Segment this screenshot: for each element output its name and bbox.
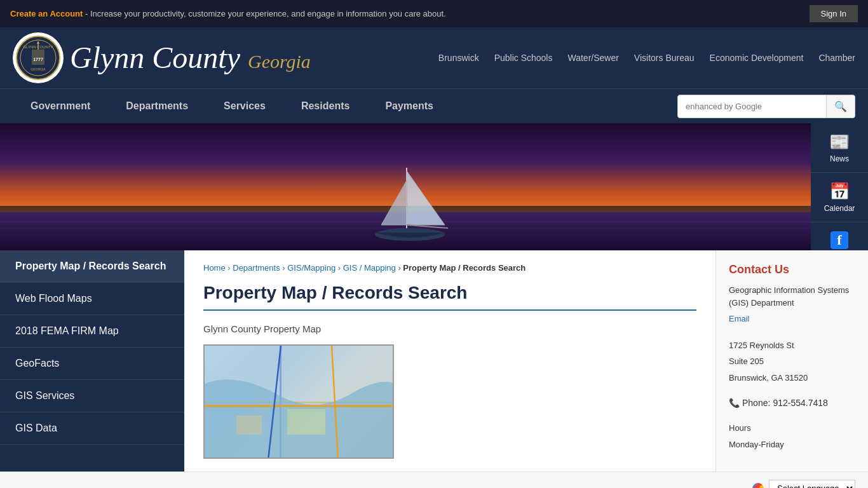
google-translate-icon <box>752 483 764 489</box>
top-nav-links: Brunswick Public Schools Water/Sewer Vis… <box>438 53 855 63</box>
breadcrumb: Home › Departments › GIS/Mapping › GIS /… <box>203 263 696 273</box>
sidebar-item-property-map[interactable]: Property Map / Records Search <box>0 250 184 283</box>
svg-rect-22 <box>287 409 325 435</box>
phone-row: 📞 Phone: 912-554.7418 <box>729 398 855 408</box>
search-button[interactable]: 🔍 <box>826 95 855 118</box>
top-link-brunswick[interactable]: Brunswick <box>438 53 479 63</box>
calendar-icon: 📅 <box>829 182 850 201</box>
page-title: Property Map / Records Search <box>203 283 696 311</box>
contact-address3: Brunswick, GA 31520 <box>729 372 855 384</box>
contact-email-link[interactable]: Email <box>729 314 750 323</box>
main-navigation: Government Departments Services Resident… <box>0 88 868 123</box>
hours-label: Hours <box>729 422 855 435</box>
top-link-economic[interactable]: Economic Development <box>710 53 804 63</box>
county-seal: GLYNN COUNTY GEORGIA 1777 <box>13 32 64 83</box>
social-sidebar: 📰 News 📅 Calendar f Facebook ▶ YouTube ⌂… <box>811 123 868 250</box>
breadcrumb-departments[interactable]: Departments <box>233 263 280 273</box>
top-link-chamber[interactable]: Chamber <box>818 53 855 63</box>
logo-text: Glynn County Georgia <box>70 43 311 73</box>
top-link-schools[interactable]: Public Schools <box>494 53 553 63</box>
phone-label: Phone: <box>742 398 770 408</box>
contact-address1: 1725 Reynolds St <box>729 339 855 352</box>
create-account-link[interactable]: Create an Account <box>10 9 83 18</box>
language-selector: Select Language English Spanish French <box>752 480 855 488</box>
nav-services[interactable]: Services <box>206 89 283 123</box>
social-news-label: News <box>830 154 849 163</box>
hero-image: 📰 News 📅 Calendar f Facebook ▶ YouTube ⌂… <box>0 123 868 250</box>
left-sidebar: Property Map / Records Search Web Flood … <box>0 250 184 471</box>
banner-message: - Increase your productivity, customize … <box>85 9 446 18</box>
hours-value: Monday-Friday <box>729 438 855 451</box>
language-dropdown[interactable]: Select Language English Spanish French <box>769 480 855 488</box>
content-wrapper: Property Map / Records Search Web Flood … <box>0 250 868 471</box>
site-header: GLYNN COUNTY GEORGIA 1777 Glynn County G… <box>0 27 868 88</box>
search-box: 🔍 <box>677 95 855 118</box>
nav-departments[interactable]: Departments <box>108 89 206 123</box>
map-thumbnail[interactable] <box>203 344 394 459</box>
sidebar-item-geofacts[interactable]: GeoFacts <box>0 348 184 380</box>
state-name-text: Georgia <box>248 51 311 72</box>
nav-residents[interactable]: Residents <box>283 89 367 123</box>
page-footer: Select Language English Spanish French <box>0 471 868 488</box>
social-news[interactable]: 📰 News <box>811 123 868 173</box>
sidebar-item-gis-services[interactable]: GIS Services <box>0 380 184 412</box>
sidebar-item-fema[interactable]: 2018 FEMA FIRM Map <box>0 315 184 348</box>
map-image <box>205 346 393 458</box>
sidebar-item-web-flood[interactable]: Web Flood Maps <box>0 283 184 315</box>
svg-rect-23 <box>236 416 262 435</box>
sidebar-item-gis-data[interactable]: GIS Data <box>0 412 184 445</box>
svg-text:GEORGIA: GEORGIA <box>31 67 46 71</box>
main-content: Home › Departments › GIS/Mapping › GIS /… <box>184 250 715 471</box>
county-name-text: Glynn County <box>70 41 240 74</box>
breadcrumb-home[interactable]: Home <box>203 263 226 273</box>
nav-government[interactable]: Government <box>13 89 108 123</box>
svg-text:1777: 1777 <box>33 57 43 62</box>
breadcrumb-gis-mapping2[interactable]: GIS / Mapping <box>343 263 396 273</box>
social-calendar[interactable]: 📅 Calendar <box>811 173 868 222</box>
phone-icon: 📞 <box>729 398 740 408</box>
breadcrumb-gis-mapping[interactable]: GIS/Mapping <box>287 263 336 273</box>
contact-title: Contact Us <box>729 263 855 276</box>
top-link-water[interactable]: Water/Sewer <box>567 53 618 63</box>
logo-area: GLYNN COUNTY GEORGIA 1777 Glynn County G… <box>13 32 311 83</box>
breadcrumb-current: Property Map / Records Search <box>403 263 526 273</box>
social-calendar-label: Calendar <box>824 204 855 213</box>
nav-payments[interactable]: Payments <box>367 89 451 123</box>
property-description: Glynn County Property Map <box>203 323 696 334</box>
news-icon: 📰 <box>829 132 850 152</box>
top-banner: Create an Account - Increase your produc… <box>0 0 868 27</box>
search-input[interactable] <box>678 97 826 116</box>
phone-number: 912-554.7418 <box>773 398 827 408</box>
sign-in-button[interactable]: Sign In <box>810 5 858 22</box>
top-link-visitors[interactable]: Visitors Bureau <box>634 53 695 63</box>
contact-address2: Suite 205 <box>729 355 855 368</box>
contact-panel: Contact Us Geographic Information System… <box>715 250 868 471</box>
social-facebook[interactable]: f Facebook <box>811 222 868 250</box>
contact-organization: Geographic Information Systems (GIS) Dep… <box>729 284 855 309</box>
facebook-icon: f <box>831 231 848 249</box>
